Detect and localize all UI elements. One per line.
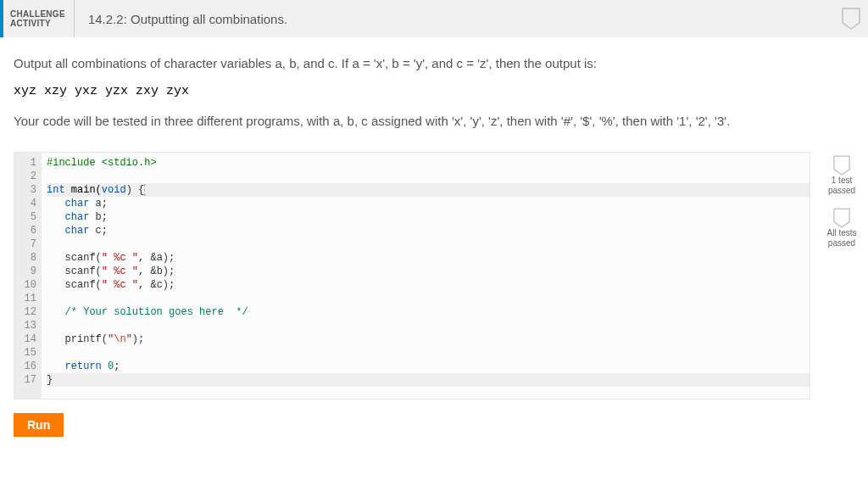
run-button[interactable]: Run <box>14 413 64 437</box>
challenge-header: CHALLENGE ACTIVITY 14.2.2: Outputting al… <box>0 0 868 37</box>
work-row: 1234 5678 9101112 13141516 17 #include <… <box>14 152 854 399</box>
prompt-line-1: Output all combinations of character var… <box>14 56 854 70</box>
challenge-label-line2: ACTIVITY <box>10 19 65 28</box>
code-l1: #include <stdio.h> <box>47 157 157 169</box>
all-tests-l2: passed <box>828 238 855 249</box>
code-l9: scanf(" %c ", &b); <box>47 265 810 278</box>
shield-icon <box>833 155 850 176</box>
prompt-line-2: Your code will be tested in three differ… <box>14 114 854 128</box>
code-l15 <box>47 346 810 360</box>
one-test-passed-badge: 1 test passed <box>828 155 855 196</box>
challenge-label: CHALLENGE ACTIVITY <box>3 0 75 37</box>
one-test-l1: 1 test <box>832 176 852 186</box>
code-editor[interactable]: 1234 5678 9101112 13141516 17 #include <… <box>14 152 810 399</box>
one-test-l2: passed <box>828 186 855 196</box>
code-l16: return 0; <box>47 360 810 373</box>
code-l8: scanf(" %c ", &a); <box>47 251 810 265</box>
challenge-title: 14.2.2: Outputting all combinations. <box>75 0 834 37</box>
code-l4: char a; <box>47 197 810 210</box>
code-l17: } <box>47 373 810 387</box>
challenge-label-line1: CHALLENGE <box>10 9 65 19</box>
code-l7 <box>47 237 810 251</box>
run-row: Run <box>14 413 854 437</box>
caret-icon <box>144 184 145 196</box>
shield-icon <box>833 208 850 228</box>
code-l2 <box>47 170 810 183</box>
activity-body: Output all combinations of character var… <box>0 37 868 445</box>
sample-output: xyz xzy yxz yzx zxy zyx <box>14 84 854 98</box>
code-l11 <box>47 292 810 305</box>
code-l3-active: int main(void) { <box>47 183 810 197</box>
code-l5: char b; <box>47 210 810 224</box>
header-shield-icon <box>834 0 868 37</box>
all-tests-passed-badge: All tests passed <box>826 208 856 249</box>
all-tests-l1: All tests <box>826 228 856 238</box>
code-l13 <box>47 319 810 332</box>
code-l6: char c; <box>47 224 810 237</box>
code-l14: printf("\n"); <box>47 332 810 346</box>
editor-gutter: 1234 5678 9101112 13141516 17 <box>14 153 42 399</box>
status-column: 1 test passed All tests passed <box>810 152 865 249</box>
code-l10: scanf(" %c ", &c); <box>47 278 810 292</box>
editor-code[interactable]: #include <stdio.h> int main(void) { char… <box>42 153 810 399</box>
code-l12: /* Your solution goes here */ <box>47 305 810 319</box>
